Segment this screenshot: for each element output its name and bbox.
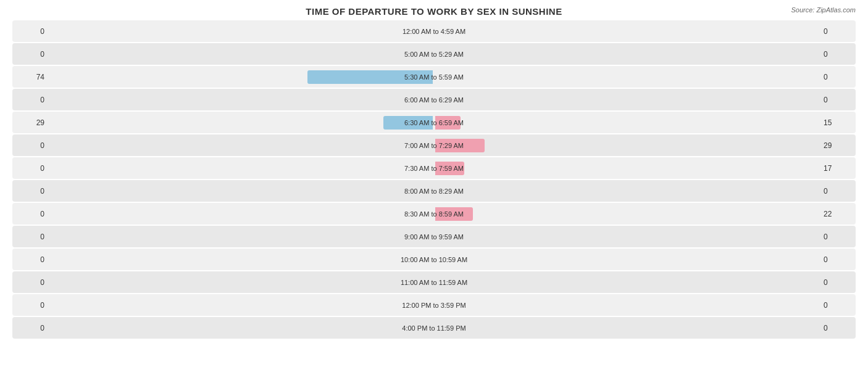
bars-center: 8:30 AM to 8:59 AM — [49, 203, 819, 225]
bars-center: 11:00 AM to 11:59 AM — [49, 271, 819, 293]
male-value: 0 — [12, 301, 49, 310]
female-bar-side — [434, 317, 819, 339]
male-value: 0 — [12, 324, 49, 332]
female-bar-side — [434, 294, 819, 316]
male-bar-side — [49, 112, 434, 133]
bar-row: 0 7:30 AM to 7:59 AM 17 — [12, 157, 856, 179]
male-bar-side — [49, 20, 434, 42]
female-bar-side — [434, 203, 819, 225]
female-bar-side — [434, 249, 819, 270]
bars-center: 7:00 AM to 7:29 AM — [49, 134, 819, 156]
male-value: 0 — [12, 96, 49, 104]
female-value: 0 — [819, 301, 856, 310]
male-bar-side — [49, 317, 434, 339]
female-value: 0 — [819, 278, 856, 287]
bar-row: 0 12:00 PM to 3:59 PM 0 — [12, 294, 856, 316]
bar-row: 74 5:30 AM to 5:59 AM 0 — [12, 66, 856, 88]
female-bar — [435, 162, 464, 175]
bars-center: 7:30 AM to 7:59 AM — [49, 157, 819, 179]
bar-row: 0 8:30 AM to 8:59 AM 22 — [12, 203, 856, 225]
female-value: 0 — [819, 255, 856, 264]
bars-center: 5:30 AM to 5:59 AM — [49, 66, 819, 88]
female-value: 29 — [819, 141, 856, 150]
female-bar — [435, 139, 485, 152]
male-bar-side — [49, 203, 434, 225]
male-value: 0 — [12, 141, 49, 150]
male-bar-side — [49, 89, 434, 110]
male-value: 0 — [12, 255, 49, 264]
female-value: 22 — [819, 210, 856, 218]
female-value: 0 — [819, 187, 856, 196]
male-bar — [307, 70, 433, 84]
bars-center: 10:00 AM to 10:59 AM — [49, 249, 819, 270]
male-bar — [383, 116, 433, 130]
female-bar-side — [434, 226, 819, 247]
bars-center: 12:00 PM to 3:59 PM — [49, 294, 819, 316]
female-value: 0 — [819, 73, 856, 81]
bars-center: 9:00 AM to 9:59 AM — [49, 226, 819, 247]
bars-center: 5:00 AM to 5:29 AM — [49, 43, 819, 65]
female-bar-side — [434, 66, 819, 88]
male-value: 0 — [12, 233, 49, 241]
source-text: Source: ZipAtlas.com — [791, 6, 856, 14]
chart-area: 0 12:00 AM to 4:59 AM 0 0 5:00 AM to 5:2… — [12, 20, 856, 320]
male-value: 0 — [12, 50, 49, 59]
bar-row: 0 5:00 AM to 5:29 AM 0 — [12, 43, 856, 65]
female-value: 0 — [819, 27, 856, 36]
female-bar-side — [434, 112, 819, 133]
female-value: 15 — [819, 118, 856, 127]
bar-row: 0 11:00 AM to 11:59 AM 0 — [12, 271, 856, 293]
male-bar-side — [49, 180, 434, 202]
male-bar-side — [49, 294, 434, 316]
female-bar-side — [434, 20, 819, 42]
male-value: 0 — [12, 210, 49, 218]
bars-center: 6:30 AM to 6:59 AM — [49, 112, 819, 133]
female-value: 17 — [819, 164, 856, 173]
bar-row: 0 10:00 AM to 10:59 AM 0 — [12, 249, 856, 270]
bars-center: 12:00 AM to 4:59 AM — [49, 20, 819, 42]
chart-container: TIME OF DEPARTURE TO WORK BY SEX IN SUNS… — [0, 0, 868, 367]
female-bar-side — [434, 89, 819, 110]
male-bar-side — [49, 249, 434, 270]
male-bar-side — [49, 66, 434, 88]
male-value: 0 — [12, 164, 49, 173]
male-bar-side — [49, 226, 434, 247]
bar-row: 0 9:00 AM to 9:59 AM 0 — [12, 226, 856, 247]
male-value: 74 — [12, 73, 49, 81]
female-bar — [435, 116, 461, 130]
male-value: 0 — [12, 27, 49, 36]
bar-row: 29 6:30 AM to 6:59 AM 15 — [12, 112, 856, 133]
female-bar — [435, 207, 473, 221]
male-value: 0 — [12, 187, 49, 196]
bars-center: 4:00 PM to 11:59 PM — [49, 317, 819, 339]
bar-row: 0 12:00 AM to 4:59 AM 0 — [12, 20, 856, 42]
bar-row: 0 6:00 AM to 6:29 AM 0 — [12, 89, 856, 110]
male-value: 29 — [12, 118, 49, 127]
male-bar-side — [49, 134, 434, 156]
male-bar-side — [49, 43, 434, 65]
female-bar-side — [434, 180, 819, 202]
female-bar-side — [434, 271, 819, 293]
female-value: 0 — [819, 50, 856, 59]
female-value: 0 — [819, 96, 856, 104]
bar-row: 0 7:00 AM to 7:29 AM 29 — [12, 134, 856, 156]
bars-center: 8:00 AM to 8:29 AM — [49, 180, 819, 202]
bars-center: 6:00 AM to 6:29 AM — [49, 89, 819, 110]
chart-title: TIME OF DEPARTURE TO WORK BY SEX IN SUNS… — [12, 6, 856, 17]
bar-row: 0 8:00 AM to 8:29 AM 0 — [12, 180, 856, 202]
male-bar-side — [49, 271, 434, 293]
female-bar-side — [434, 134, 819, 156]
bar-row: 0 4:00 PM to 11:59 PM 0 — [12, 317, 856, 339]
female-bar-side — [434, 157, 819, 179]
female-value: 0 — [819, 324, 856, 332]
female-bar-side — [434, 43, 819, 65]
male-bar-side — [49, 157, 434, 179]
male-value: 0 — [12, 278, 49, 287]
female-value: 0 — [819, 233, 856, 241]
